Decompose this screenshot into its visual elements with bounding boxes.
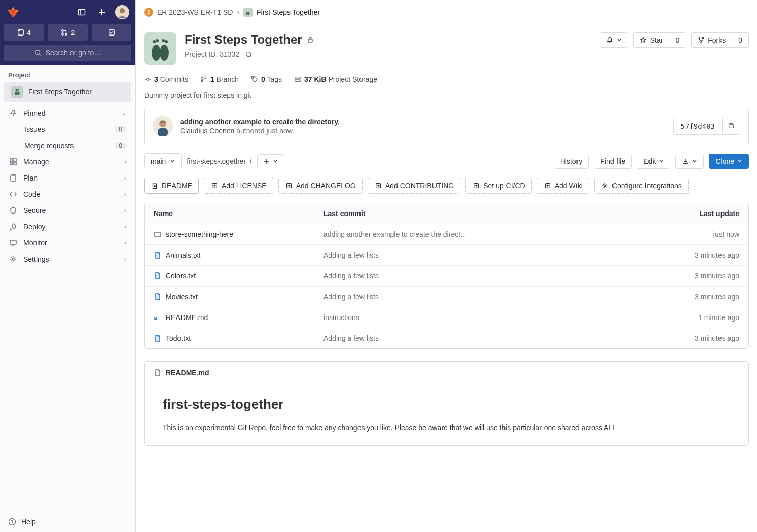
nav-manage[interactable]: Manage› (4, 154, 131, 170)
table-row: Movies.txtAdding a few lists3 minutes ag… (145, 286, 748, 307)
file-icon (154, 334, 162, 342)
suggest-add-license[interactable]: Add LICENSE (204, 178, 273, 194)
help-icon (8, 518, 16, 526)
nav-settings[interactable]: Settings› (4, 251, 131, 267)
svg-point-24 (9, 519, 16, 525)
file-name-link[interactable]: store-something-here (166, 230, 233, 238)
breadcrumb-group[interactable]: ER 2023-WS ER-T1 SD (157, 8, 233, 16)
create-new-icon[interactable] (95, 5, 109, 19)
lock-icon (306, 36, 314, 44)
project-avatar (144, 32, 176, 65)
svg-point-27 (248, 12, 250, 15)
copy-id-button[interactable] (243, 49, 254, 59)
nav-pinned[interactable]: Pinned ⌄ (4, 105, 131, 121)
branch-selector[interactable]: main (144, 153, 182, 169)
assigned-mrs-button[interactable]: 2 (48, 24, 87, 41)
file-name-link[interactable]: Todo.txt (166, 334, 191, 342)
commit-author-avatar[interactable] (153, 116, 173, 136)
file-commit-link[interactable]: Adding a few lists (323, 293, 663, 301)
suggest-set-up-ci-cd[interactable]: Set up CI/CD (465, 178, 531, 194)
file-name-link[interactable]: Movies.txt (166, 293, 198, 301)
star-button[interactable]: Star (633, 32, 670, 48)
nav-plan[interactable]: Plan› (4, 170, 131, 186)
forks-count[interactable]: 0 (732, 32, 749, 48)
copy-sha-button[interactable] (723, 118, 740, 135)
breadcrumb-separator: › (237, 8, 239, 16)
chevron-down-icon: ⌄ (121, 110, 126, 117)
sidebar-project-link[interactable]: First Steps Together (4, 82, 131, 102)
svg-rect-17 (10, 162, 13, 165)
add-to-tree-button[interactable] (257, 154, 284, 168)
find-file-button[interactable]: Find file (594, 154, 632, 169)
stat-storage[interactable]: 37 KiB Project Storage (294, 75, 377, 83)
tag-icon (251, 76, 258, 83)
nav-monitor[interactable]: Monitor› (4, 235, 131, 251)
svg-rect-47 (295, 80, 301, 82)
suggest-readme[interactable]: README (144, 178, 199, 194)
assigned-issues-count: 4 (27, 29, 31, 37)
file-name-link[interactable]: README.md (166, 313, 208, 322)
sidebar-header: 4 2 Search or go to… (0, 0, 135, 65)
repo-path[interactable]: first-steps-together / (187, 157, 251, 165)
file-name-link[interactable]: Animals.txt (166, 251, 200, 259)
nav-code[interactable]: Code› (4, 186, 131, 202)
storage-icon (294, 76, 301, 83)
svg-point-31 (156, 39, 159, 42)
nav-deploy[interactable]: Deploy› (4, 219, 131, 235)
breadcrumb-project[interactable]: First Steps Together (257, 8, 320, 16)
stat-branches[interactable]: 1 Branch (200, 75, 239, 83)
file-commit-link[interactable]: instructions (323, 313, 663, 322)
notifications-button[interactable] (600, 32, 628, 48)
clone-button[interactable]: Clone (709, 154, 749, 169)
file-time: 3 minutes ago (663, 334, 739, 342)
download-button[interactable] (675, 154, 704, 169)
project-avatar-icon (11, 86, 23, 98)
chevron-down-icon (273, 159, 278, 164)
sidebar: 4 2 Search or go to… Project First Steps… (0, 0, 136, 532)
search-placeholder: Search or go to… (46, 49, 101, 57)
stat-commits[interactable]: 3 Commits (144, 75, 188, 83)
file-commit-link[interactable]: Adding a few lists (323, 251, 663, 259)
files-table: Name Last commit Last update store-somet… (144, 203, 749, 349)
search-input[interactable]: Search or go to… (4, 45, 131, 61)
plus-icon (285, 182, 293, 190)
suggest-add-changelog[interactable]: Add CHANGELOG (278, 178, 363, 194)
table-row: M↓README.mdinstructions1 minute ago (145, 307, 748, 328)
svg-rect-15 (10, 159, 13, 161)
sidebar-project-name: First Steps Together (28, 88, 92, 96)
todos-button[interactable] (92, 24, 131, 41)
file-commit-link[interactable]: adding another example to create the dir… (323, 230, 663, 238)
file-name-link[interactable]: Colors.txt (166, 272, 196, 280)
nav-pinned-merge-requests[interactable]: Merge requests 0 (19, 137, 131, 154)
readme-heading: first-steps-together (163, 397, 730, 412)
suggest-add-wiki[interactable]: Add Wiki (537, 178, 589, 194)
plus-icon (264, 158, 270, 164)
chevron-down-icon (692, 159, 697, 164)
assigned-issues-button[interactable]: 4 (4, 24, 44, 41)
nav-pinned-issues[interactable]: Issues 0 (19, 121, 131, 137)
help-button[interactable]: Help (0, 511, 135, 532)
suggest-configure-integrations[interactable]: Configure Integrations (594, 178, 689, 194)
chevron-right-icon: › (124, 158, 126, 165)
nav-label: Plan (23, 174, 38, 182)
nav-secure[interactable]: Secure› (4, 202, 131, 219)
gitlab-logo[interactable] (6, 5, 20, 19)
svg-rect-34 (308, 39, 312, 42)
edit-button[interactable]: Edit (637, 154, 670, 169)
svg-point-44 (205, 77, 206, 78)
history-button[interactable]: History (554, 154, 589, 169)
file-commit-link[interactable]: Adding a few lists (323, 272, 663, 280)
star-count[interactable]: 0 (669, 32, 686, 48)
user-avatar[interactable] (115, 5, 129, 19)
commit-sha[interactable]: 57f9d403 (673, 118, 723, 135)
svg-point-13 (15, 91, 18, 95)
file-commit-link[interactable]: Adding a few lists (323, 334, 663, 342)
sidebar-toggle-icon[interactable] (75, 5, 89, 19)
forks-button[interactable]: Forks (691, 32, 732, 48)
commit-message[interactable]: adding another example to create the dir… (180, 118, 666, 126)
stat-tags[interactable]: 0 Tags (251, 75, 282, 83)
readme-filename[interactable]: README.md (166, 369, 209, 377)
suggest-add-contributing[interactable]: Add CONTRIBUTING (368, 178, 460, 194)
gear-icon (601, 182, 609, 190)
nav-label: Deploy (23, 223, 46, 231)
